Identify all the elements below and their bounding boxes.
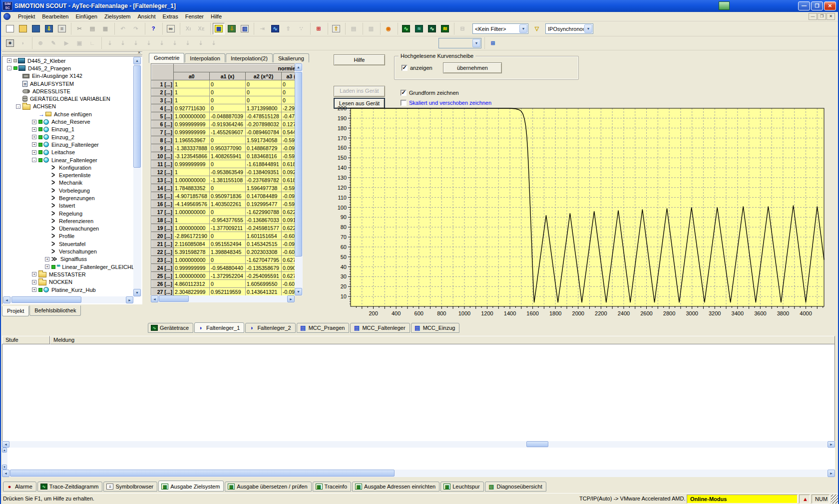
cell-a1[interactable]: 0	[210, 80, 246, 88]
tree-hscroll-thumb[interactable]	[11, 296, 81, 303]
cell-a1[interactable]: 0	[210, 256, 246, 264]
tree-item-linear-faltenleger-gleichl[interactable]: +**Linear_Faltenleger_GLEICHL	[3, 263, 133, 270]
target-system-button[interactable]: ⌖	[4, 37, 16, 49]
cell-a3[interactable]: 0.6188	[282, 160, 295, 168]
grid-vscrollbar[interactable]: ▲ ▼	[295, 63, 303, 295]
cell-a3[interactable]: -0.5917	[282, 136, 295, 144]
close-button[interactable]: ✕	[824, 1, 836, 10]
tree-item-profile[interactable]: >Profile	[3, 233, 133, 240]
cell-a3[interactable]: -0.4725	[282, 112, 295, 120]
tree-item-d445-2-kleber[interactable]: +D445_2_Kleber	[3, 57, 133, 64]
tab-skalierung[interactable]: Skalierung	[273, 53, 309, 62]
output-tab-alarme[interactable]: ●Alarme	[3, 482, 36, 492]
cell-a1[interactable]: 0	[210, 184, 246, 192]
window-tab-gerätetrace[interactable]: ∿Gerätetrace	[148, 323, 193, 333]
cell-a0[interactable]: -1.383337888	[174, 144, 210, 152]
cell-a3[interactable]: 0	[282, 80, 295, 88]
row-header[interactable]: 6 [...]	[152, 120, 174, 128]
cell-a1[interactable]: -0.919364246	[210, 120, 246, 128]
cell-a1[interactable]: 0	[210, 88, 246, 96]
tree-item-ablaufsystem[interactable]: ≣ABLAUFSYSTEM	[3, 80, 133, 87]
cell-a1[interactable]: -0.953863549	[210, 168, 246, 176]
cell-a2[interactable]: 0.192995477	[246, 200, 282, 208]
scroll-left-icon[interactable]: ◄	[3, 296, 10, 303]
tree-item-verschaltungen[interactable]: >Verschaltungen	[3, 248, 133, 255]
cell-a1[interactable]: -0.954377655	[210, 216, 246, 224]
collapse-icon[interactable]: -	[16, 104, 20, 109]
cell-a1[interactable]: -1.372952204	[210, 272, 246, 280]
cell-a1[interactable]: 1.408265941	[210, 152, 246, 160]
chevron-down-icon[interactable]: ▼	[584, 24, 592, 33]
save-project-button[interactable]	[30, 23, 42, 34]
licenses-button[interactable]: ◉	[383, 23, 395, 34]
menu-extras[interactable]: Extras	[159, 12, 182, 20]
expand-icon[interactable]: +	[7, 58, 11, 63]
tree-item-einzug-faltenleger[interactable]: +Einzug_Faltenleger	[3, 141, 133, 148]
tree-item-konfiguration[interactable]: >Konfiguration	[3, 164, 133, 171]
cell-a2[interactable]: -0.254095591	[246, 272, 282, 280]
cell-a0[interactable]: 1.000000000	[174, 112, 210, 120]
cell-a3[interactable]: -0.6011	[282, 248, 295, 256]
row-header[interactable]: 7 [...]	[152, 128, 174, 136]
cell-a0[interactable]: 0.999999999	[174, 128, 210, 136]
expand-icon[interactable]: +	[32, 272, 36, 276]
tree-item-leitachse[interactable]: +Leitachse	[3, 149, 133, 156]
disconnect-target-button[interactable]: ▨	[239, 23, 251, 34]
trace-tool-button[interactable]: ∿	[400, 23, 412, 34]
menu-zielsystem[interactable]: Zielsystem	[101, 12, 134, 20]
menu-ansicht[interactable]: Ansicht	[134, 12, 159, 20]
row-header[interactable]: 15 [...]	[152, 192, 174, 200]
cell-a2[interactable]: 0.143641321	[246, 288, 282, 296]
row-header[interactable]: 16 [...]	[152, 200, 174, 208]
restore-button[interactable]: ❐	[811, 1, 823, 10]
cell-a0[interactable]: 4.860112312	[174, 280, 210, 288]
cell-a2[interactable]: -1.627047795	[246, 256, 282, 264]
output-tab-traceinfo[interactable]: ▦Traceinfo	[313, 482, 351, 492]
row-header[interactable]: 25 [...]	[152, 272, 174, 280]
column-header-meldung[interactable]: Meldung	[50, 336, 835, 344]
cell-a0[interactable]: 1.000000000	[174, 176, 210, 184]
cell-a1[interactable]: 0	[210, 136, 246, 144]
cell-a2[interactable]: 1.591734058	[246, 136, 282, 144]
cell-a1[interactable]: -0.954880440	[210, 264, 246, 272]
cell-a0[interactable]: -3.123545866	[174, 152, 210, 160]
cell-a3[interactable]: 0.6188	[282, 176, 295, 184]
cell-a3[interactable]: -0.0957	[282, 288, 295, 296]
output-list-hscrollbar[interactable]: ◄ ►	[2, 441, 835, 448]
menu-bearbeiten[interactable]: Bearbeiten	[38, 12, 72, 20]
window-tab-faltenleger-2[interactable]: ◗Faltenleger_2	[245, 323, 295, 333]
column-header-a3-x[interactable]: a3 (x	[282, 72, 295, 80]
cell-a0[interactable]: 0.999999999	[174, 160, 210, 168]
cell-a2[interactable]: 1.596497738	[246, 184, 282, 192]
window-tab-mcc-einzug[interactable]: ▤MCC_Einzug	[411, 323, 460, 333]
cell-a0[interactable]: -4.907185768	[174, 192, 210, 200]
tab-interpolation-2[interactable]: Interpolation(2)	[226, 53, 273, 62]
window-tab-mcc-faltenleger[interactable]: ▤MCC_Faltenleger	[350, 323, 410, 333]
cell-a0[interactable]: 1.196553967	[174, 136, 210, 144]
tree-item-ein-ausgänge-x142[interactable]: ooEin-/Ausgänge X142	[3, 72, 133, 80]
output-message-list[interactable]	[2, 344, 835, 441]
cell-a3[interactable]: 0	[282, 96, 295, 104]
column-header-a0[interactable]: a0	[174, 72, 210, 80]
tab-interpolation[interactable]: Interpolation	[185, 53, 225, 62]
collapse-icon[interactable]: -	[7, 66, 11, 70]
expand-icon[interactable]: +	[32, 287, 36, 292]
tree-item-regelung[interactable]: >Regelung	[3, 210, 133, 217]
tree-item-achse-reserve[interactable]: +Achse_Reserve	[3, 118, 133, 125]
tree-hscrollbar[interactable]: ◄ ►	[3, 296, 133, 303]
scroll-down-icon[interactable]: ▼	[295, 288, 302, 295]
panel-tab-projekt[interactable]: Projekt	[2, 306, 29, 316]
window-tab-mcc-praegen[interactable]: ▤MCC_Praegen	[297, 323, 350, 333]
cell-a2[interactable]: 0.145342515	[246, 240, 282, 248]
row-header[interactable]: 21 [...]	[152, 240, 174, 248]
tree-item-expertenliste[interactable]: >Expertenliste	[3, 171, 133, 179]
cell-a3[interactable]: -0.0992	[282, 144, 295, 152]
tree-item-platine-kurz-hub[interactable]: +Platine_Kurz_Hub	[3, 286, 133, 293]
interconnect-button[interactable]: ∞	[165, 23, 177, 34]
cell-a0[interactable]: 1.784883352	[174, 184, 210, 192]
cell-a2[interactable]: -0.136867033	[246, 216, 282, 224]
scroll-down-icon[interactable]: ▼	[2, 465, 7, 470]
cell-a1[interactable]: 0.950377090	[210, 144, 246, 152]
output-tab-leuchtspur[interactable]: ▦Leuchtspur	[440, 482, 483, 492]
row-header[interactable]: 18 [...]	[152, 216, 174, 224]
